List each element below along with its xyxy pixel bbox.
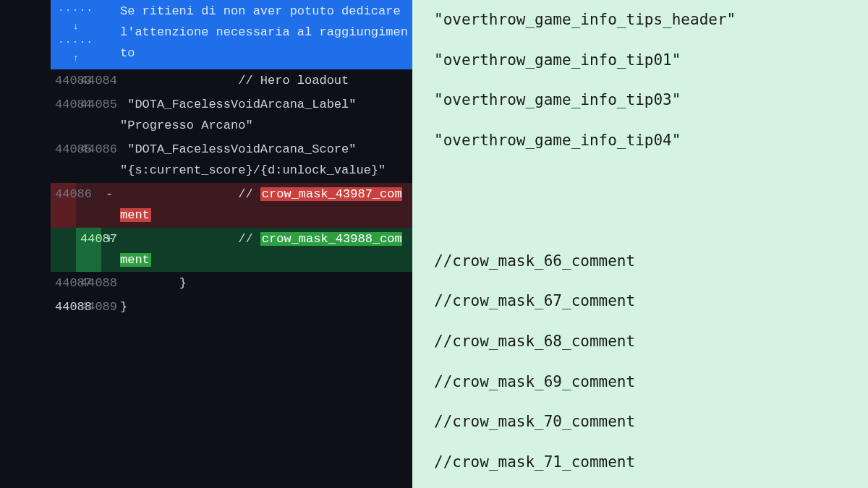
hunk-context-text: Se ritieni di non aver potuto dedicare l… [116, 0, 412, 69]
line-number-old[interactable]: 44088 [51, 296, 76, 320]
line-number-new[interactable]: 44086 [76, 138, 101, 183]
diff-table: ····· ↓ ····· ↑ Se ritieni di non aver p… [51, 0, 412, 320]
line-number-new[interactable]: 44085 [76, 93, 101, 138]
reference-line [434, 201, 846, 241]
code-content: // crow_mask_43988_comment [116, 228, 412, 273]
line-number-old[interactable]: 44087 [51, 272, 76, 296]
reference-line: //crow_mask_67_comment [434, 281, 846, 322]
reference-line: "overthrow_game_info_tip03" [434, 80, 846, 121]
hunk-expand-row[interactable]: ····· ↓ ····· ↑ Se ritieni di non aver p… [51, 0, 412, 69]
diff-row: 44083 44084 // Hero loadout [51, 69, 412, 93]
diff-row: 44084 44085 "DOTA_FacelessVoidArcana_Lab… [51, 93, 412, 138]
diff-row: 44085 44086 "DOTA_FacelessVoidArcana_Sco… [51, 138, 412, 183]
line-number-old[interactable] [51, 228, 76, 273]
code-content: // Hero loadout [116, 69, 412, 93]
reference-line: //crow_mask_66_comment [434, 241, 846, 282]
reference-line: //crow_mask_72_comment [434, 483, 846, 488]
reference-line: //crow_mask_68_comment [434, 322, 846, 362]
reference-line: "overthrow_game_info_tips_header" [434, 0, 846, 40]
diff-panel: ····· ↓ ····· ↑ Se ritieni di non aver p… [0, 0, 412, 488]
line-number-new[interactable]: 44088 [76, 272, 101, 296]
reference-line: //crow_mask_71_comment [434, 442, 846, 483]
line-number-old[interactable]: 44084 [51, 93, 76, 138]
expand-down-icon[interactable]: ↓ [51, 19, 101, 35]
line-number-new[interactable]: 44087 [76, 228, 101, 273]
expand-up-icon[interactable]: ↑ [51, 51, 101, 67]
reference-line: "overthrow_game_info_tip04" [434, 121, 846, 161]
code-content: } [116, 272, 412, 296]
code-content: } [116, 296, 412, 320]
line-number-old[interactable]: 44083 [51, 69, 76, 93]
diff-row: 44087 44088 } [51, 272, 412, 296]
reference-line: //crow_mask_70_comment [434, 402, 846, 442]
code-content: "DOTA_FacelessVoidArcana_Label" "Progres… [116, 93, 412, 138]
diff-row-deleted: 44086 - // crow_mask_43987_comment [51, 183, 412, 228]
dotted-divider: ····· [51, 3, 101, 19]
reference-line: "overthrow_game_info_tip01" [434, 40, 846, 81]
diff-row-added: 44087 + // crow_mask_43988_comment [51, 228, 412, 273]
line-number-new[interactable]: 44089 [76, 296, 101, 320]
code-content: // crow_mask_43987_comment [116, 183, 412, 228]
reference-panel: "overthrow_game_info_tips_header" "overt… [412, 0, 868, 488]
reference-line [434, 161, 846, 202]
code-content: "DOTA_FacelessVoidArcana_Score" "{s:curr… [116, 138, 412, 183]
reference-line: //crow_mask_69_comment [434, 362, 846, 403]
line-number-new[interactable]: 44084 [76, 69, 101, 93]
line-number-old[interactable]: 44085 [51, 138, 76, 183]
dotted-divider: ····· [51, 35, 101, 51]
diff-row: 44088 44089 } [51, 296, 412, 320]
line-number-old[interactable]: 44086 [51, 183, 76, 228]
